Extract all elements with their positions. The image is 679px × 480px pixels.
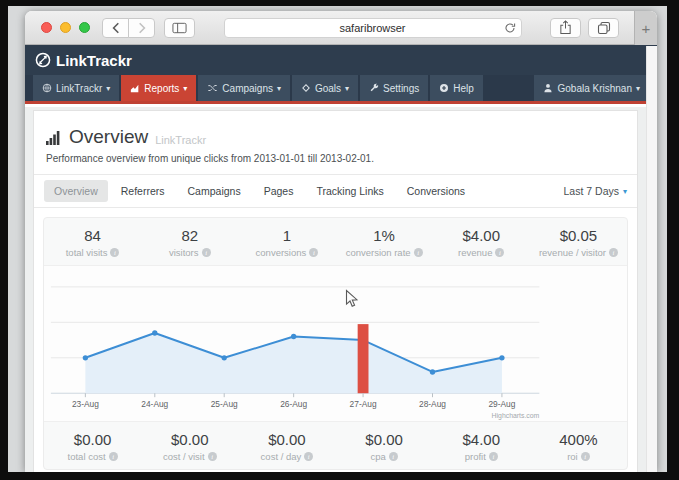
- stat-cost-visit: $0.00 cost / visiti: [141, 431, 238, 462]
- chart-icon: [130, 83, 140, 93]
- info-icon[interactable]: i: [489, 452, 498, 461]
- nav-label: Help: [453, 83, 474, 94]
- stat-conversions: 1 conversionsi: [238, 227, 335, 258]
- data-point-marker[interactable]: [222, 355, 227, 360]
- page-title-suffix: LinkTrackr: [155, 134, 206, 146]
- x-axis-label: 29-Aug: [488, 399, 515, 409]
- share-button[interactable]: [550, 18, 581, 38]
- caret-down-icon: ▾: [345, 84, 349, 93]
- nav-item-help[interactable]: Help: [430, 75, 483, 101]
- window-controls: [41, 22, 90, 33]
- x-axis-label: 26-Aug: [280, 399, 307, 409]
- stat-value: $0.00: [141, 431, 238, 448]
- nav-label: LinkTrackr: [56, 83, 102, 94]
- stats-row-bottom: $0.00 total costi $0.00 cost / visiti $0…: [44, 422, 627, 469]
- scrollbar-track[interactable]: [646, 46, 657, 472]
- x-axis-label: 23-Aug: [72, 399, 99, 409]
- stat-label: visitors: [169, 247, 199, 258]
- stat-cpa: $0.00 cpai: [336, 431, 433, 462]
- minimize-window-button[interactable]: [60, 22, 71, 33]
- nav-label: Reports: [144, 83, 179, 94]
- data-point-marker[interactable]: [83, 355, 88, 360]
- linktrackr-logo-icon: [35, 52, 51, 68]
- tab-referrers[interactable]: Referrers: [111, 180, 175, 202]
- page-subtitle: Performance overview from unique clicks …: [46, 153, 625, 164]
- info-icon[interactable]: i: [208, 452, 217, 461]
- info-icon[interactable]: i: [304, 452, 313, 461]
- conversion-column[interactable]: [358, 324, 369, 393]
- stat-revenue-visitor: $0.05 revenue / visitori: [530, 227, 627, 258]
- new-tab-button[interactable]: +: [634, 11, 657, 45]
- sidebar-icon: [172, 22, 187, 34]
- address-bar[interactable]: safaribrowser: [224, 18, 522, 38]
- date-range-dropdown[interactable]: Last 7 Days ▾: [564, 185, 627, 197]
- nav-item-settings[interactable]: Settings: [360, 75, 428, 101]
- info-icon[interactable]: i: [389, 452, 398, 461]
- close-window-button[interactable]: [41, 22, 52, 33]
- stat-total-cost: $0.00 total costi: [44, 431, 141, 462]
- app-logo-text: LinkTrackr: [56, 52, 132, 69]
- stat-value: $4.00: [433, 431, 530, 448]
- stat-label: revenue / visitor: [539, 247, 606, 258]
- data-point-marker[interactable]: [291, 334, 296, 339]
- nav-item-linktrackr[interactable]: LinkTrackr ▾: [33, 75, 119, 101]
- info-icon[interactable]: i: [414, 248, 423, 257]
- info-icon[interactable]: i: [109, 452, 118, 461]
- tab-conversions[interactable]: Conversions: [397, 180, 475, 202]
- nav-item-reports[interactable]: Reports ▾: [121, 75, 196, 101]
- show-tabs-button[interactable]: [588, 18, 619, 38]
- stat-visitors: 82 visitorsi: [141, 227, 238, 258]
- user-menu[interactable]: Gobala Krishnan ▾: [534, 75, 649, 101]
- back-button[interactable]: [102, 18, 129, 38]
- share-icon: [559, 20, 572, 35]
- chevron-right-icon: [138, 22, 146, 34]
- info-icon[interactable]: i: [110, 248, 119, 257]
- nav-label: Settings: [383, 83, 419, 94]
- stat-label: cost / day: [261, 451, 302, 462]
- page-title: Overview: [69, 125, 148, 149]
- tab-pages[interactable]: Pages: [254, 180, 304, 202]
- app-logo[interactable]: LinkTrackr: [35, 52, 132, 69]
- stat-label: total cost: [68, 451, 106, 462]
- forward-button[interactable]: [128, 18, 155, 38]
- stat-value: $4.00: [433, 227, 530, 244]
- x-axis-label: 27-Aug: [350, 399, 377, 409]
- sidebar-button[interactable]: [164, 18, 195, 38]
- stat-label: conversion rate: [346, 247, 411, 258]
- info-icon[interactable]: i: [309, 248, 318, 257]
- stat-value: $0.00: [238, 431, 335, 448]
- info-icon[interactable]: i: [495, 248, 504, 257]
- main-nav: LinkTrackr ▾ Reports ▾ Campaigns ▾ Goals…: [25, 75, 657, 104]
- browser-toolbar: safaribrowser +: [25, 11, 657, 45]
- reload-button[interactable]: [504, 22, 516, 36]
- stat-value: 400%: [530, 431, 627, 448]
- plus-circle-icon: [439, 83, 449, 93]
- nav-label: Goals: [315, 83, 341, 94]
- data-point-marker[interactable]: [152, 330, 157, 335]
- data-point-marker[interactable]: [430, 369, 435, 374]
- info-icon[interactable]: i: [581, 452, 590, 461]
- info-icon[interactable]: i: [202, 248, 211, 257]
- chart-credit[interactable]: Highcharts.com: [492, 412, 540, 420]
- data-point-marker[interactable]: [499, 355, 504, 360]
- stat-label: revenue: [458, 247, 492, 258]
- tab-tracking-links[interactable]: Tracking Links: [306, 180, 393, 202]
- tab-campaigns[interactable]: Campaigns: [178, 180, 251, 202]
- diamond-icon: [301, 83, 311, 93]
- nav-item-goals[interactable]: Goals ▾: [292, 75, 358, 101]
- shuffle-icon: [207, 83, 218, 93]
- safari-window: safaribrowser + LinkTrackr: [25, 11, 657, 472]
- tab-overview[interactable]: Overview: [44, 180, 108, 202]
- stat-value: 1%: [336, 227, 433, 244]
- caret-down-icon: ▾: [106, 84, 110, 93]
- x-axis-label: 24-Aug: [141, 399, 168, 409]
- nav-item-campaigns[interactable]: Campaigns ▾: [198, 75, 290, 101]
- stat-conversion-rate: 1% conversion ratei: [336, 227, 433, 258]
- globe-icon: [42, 83, 52, 93]
- stat-label: cost / visit: [163, 451, 205, 462]
- info-icon[interactable]: i: [609, 248, 618, 257]
- stat-cost-day: $0.00 cost / dayi: [238, 431, 335, 462]
- zoom-window-button[interactable]: [79, 22, 90, 33]
- caret-down-icon: ▾: [623, 187, 627, 196]
- x-axis-label: 28-Aug: [419, 399, 446, 409]
